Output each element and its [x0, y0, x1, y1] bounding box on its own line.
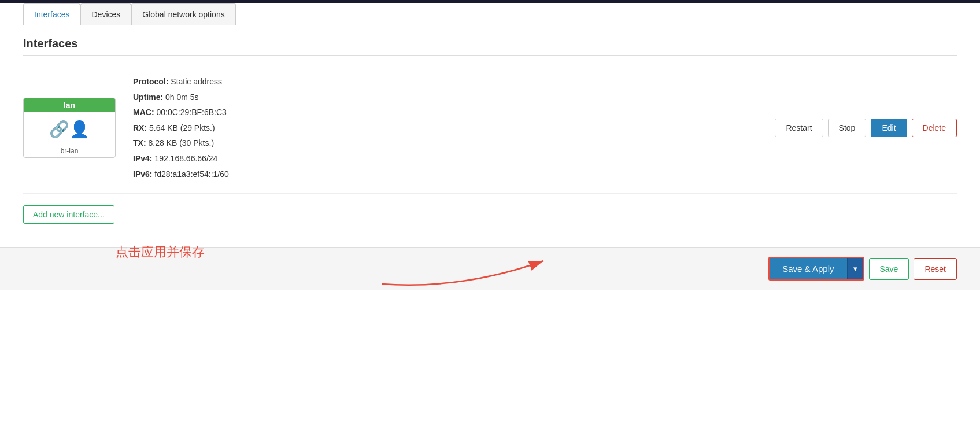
main-content: Interfaces lan 🔗👤 br-lan Protocol: Stati… [0, 25, 980, 235]
reset-button[interactable]: Reset [914, 258, 957, 280]
uptime-value-text: 0h 0m 5s [165, 93, 199, 102]
tx-row: TX: 8.28 KB (30 Pkts.) [133, 135, 757, 151]
tab-interfaces[interactable]: Interfaces [23, 3, 80, 25]
annotation-text: 点击应用并保存 [116, 244, 205, 261]
ipv4-row: IPv4: 192.168.66.66/24 [133, 151, 757, 167]
tx-value-text: 8.28 KB (30 Pkts.) [148, 138, 214, 147]
interface-name-label: lan [24, 98, 115, 112]
uptime-row: Uptime: 0h 0m 5s [133, 90, 757, 105]
rx-value-text: 5.64 KB (29 Pkts.) [149, 123, 215, 132]
add-interface-button[interactable]: Add new interface... [23, 205, 114, 224]
mac-value-text: 00:0C:29:BF:6B:C3 [156, 108, 226, 117]
save-button[interactable]: Save [869, 258, 909, 280]
mac-label: MAC: [133, 108, 154, 117]
save-apply-button[interactable]: Save & Apply [770, 258, 846, 279]
tab-global-network-options[interactable]: Global network options [131, 3, 235, 25]
edit-button[interactable]: Edit [871, 119, 907, 137]
stop-button[interactable]: Stop [828, 119, 867, 137]
protocol-label: Protocol: [133, 77, 168, 86]
network-icon: 🔗👤 [49, 121, 90, 138]
tab-devices[interactable]: Devices [80, 3, 131, 25]
ipv6-value-text: fd28:a1a3:ef54::1/60 [154, 169, 228, 179]
restart-button[interactable]: Restart [775, 119, 823, 137]
save-apply-group: Save & Apply ▾ [768, 257, 864, 281]
interface-row-lan: lan 🔗👤 br-lan Protocol: Static address U… [23, 62, 957, 194]
interface-card-body: 🔗👤 [24, 112, 115, 147]
interface-device-label: br-lan [24, 147, 115, 157]
rx-row: RX: 5.64 KB (29 Pkts.) [133, 120, 757, 136]
rx-label: RX: [133, 123, 147, 132]
interface-actions: Restart Stop Edit Delete [775, 119, 957, 137]
ipv6-label: IPv6: [133, 169, 152, 179]
interface-info: Protocol: Static address Uptime: 0h 0m 5… [133, 74, 757, 182]
interface-card-lan: lan 🔗👤 br-lan [23, 98, 116, 158]
section-title: Interfaces [23, 37, 957, 56]
uptime-label: Uptime: [133, 93, 163, 102]
tabs-bar: Interfaces Devices Global network option… [0, 3, 980, 25]
annotation-container: 点击应用并保存 [0, 290, 980, 324]
ipv4-value-text: 192.168.66.66/24 [154, 154, 217, 163]
save-apply-dropdown-button[interactable]: ▾ [847, 258, 863, 279]
annotation-arrow-svg [347, 232, 590, 301]
protocol-value-text: Static address [171, 77, 222, 86]
protocol-row: Protocol: Static address [133, 74, 757, 90]
mac-row: MAC: 00:0C:29:BF:6B:C3 [133, 105, 757, 120]
tx-label: TX: [133, 138, 146, 147]
add-interface-container: Add new interface... [23, 205, 957, 224]
ipv4-label: IPv4: [133, 154, 152, 163]
ipv6-row: IPv6: fd28:a1a3:ef54::1/60 [133, 167, 757, 182]
delete-button[interactable]: Delete [912, 119, 957, 137]
